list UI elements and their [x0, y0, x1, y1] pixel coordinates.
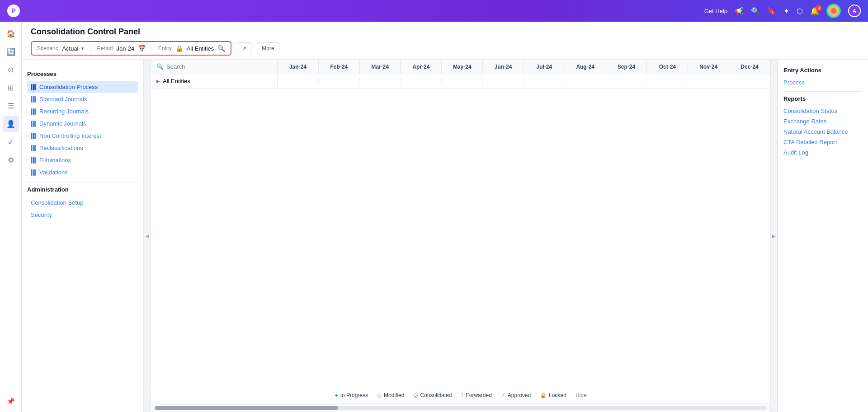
table-search-input[interactable] — [166, 63, 272, 70]
sidebar-item-standard-journals[interactable]: Standard Journals — [27, 93, 138, 105]
expand-btn[interactable]: ▶ — [156, 79, 160, 84]
more-button[interactable]: More — [257, 42, 279, 54]
megaphone-icon[interactable]: 📢 — [735, 7, 744, 15]
status-modified[interactable]: ◎Modified — [377, 392, 404, 398]
sidebar-item-label: Recurring Journals — [39, 108, 89, 115]
separator-2: | — [151, 45, 152, 52]
report-link-consolidation-status[interactable]: Consolidation Status — [783, 106, 863, 116]
approved-icon: ✓ — [501, 392, 505, 398]
scenario-dropdown[interactable]: Actual ▼ — [62, 45, 85, 52]
more-label: More — [262, 45, 274, 52]
sidebar-item-label: Standard Journals — [39, 96, 87, 103]
status-in-progress[interactable]: ●In Progress — [335, 392, 368, 398]
month-header-Jan-24: Jan-24 — [278, 60, 319, 74]
month-header-Aug-24: Aug-24 — [565, 60, 606, 74]
user-avatar[interactable]: A — [848, 5, 861, 17]
nav-target[interactable]: ⊙ — [3, 61, 19, 78]
report-links-container: Consolidation StatusExchange RatesNatura… — [783, 106, 863, 158]
report-link-natural-account-balance[interactable]: Natural Account Balance — [783, 126, 863, 137]
month-cell-Jun-24 — [483, 78, 524, 85]
top-nav: P Get Help 📢 🔍 🔖 ✦ ⬡ 🔔 9 A — [0, 0, 868, 22]
calendar-icon[interactable]: 📅 — [138, 45, 146, 52]
status-locked[interactable]: 🔒Locked — [540, 392, 566, 398]
left-sidebar: Processes Consolidation Process Standard… — [22, 60, 144, 412]
month-cell-May-24 — [442, 78, 483, 85]
month-cell-Feb-24 — [319, 78, 360, 85]
sidebar-items-container: Consolidation Process Standard Journals … — [27, 81, 138, 178]
app-logo[interactable]: P — [7, 5, 20, 17]
filter-bar: Scenario Actual ▼ | Period Jan-24 📅 | En… — [31, 41, 231, 56]
sidebar-icon — [31, 108, 36, 115]
in-progress-icon: ● — [335, 392, 338, 398]
sidebar-item-non-controlling-interest[interactable]: Non Controlling Interest — [27, 130, 138, 142]
month-cells — [278, 78, 770, 85]
in-progress-label: In Progress — [340, 392, 368, 398]
trend-icon: ↗ — [242, 45, 246, 52]
profile-flower[interactable] — [826, 4, 841, 18]
month-header-Apr-24: Apr-24 — [401, 60, 442, 74]
hide-button[interactable]: Hide — [576, 392, 587, 398]
sidebar-item-dynamic-journals[interactable]: Dynamic Journals — [27, 117, 138, 130]
month-cell-Jul-24 — [524, 78, 565, 85]
get-help-link[interactable]: Get Help — [704, 8, 727, 14]
trend-button[interactable]: ↗ — [237, 42, 251, 54]
notification-icon[interactable]: 🔔 9 — [810, 7, 819, 15]
sidebar-item-label: Dynamic Journals — [39, 120, 86, 127]
sidebar-icon — [31, 133, 36, 139]
sidebar-item-recurring-journals[interactable]: Recurring Journals — [27, 105, 138, 117]
entity-lock-icon: 🔒 — [175, 45, 183, 52]
report-link-audit-log[interactable]: Audit Log — [783, 147, 863, 158]
main-table-area: 🔍 Jan-24Feb-24Mar-24Apr-24May-24Jun-24Ju… — [151, 60, 770, 412]
right-collapse-handle[interactable]: ▶ — [770, 60, 778, 412]
sidebar-item-reclassifications[interactable]: Reclassifications — [27, 142, 138, 154]
cube-icon[interactable]: ⬡ — [797, 7, 803, 15]
bookmark-icon[interactable]: 🔖 — [767, 7, 776, 15]
reports-title: Reports — [783, 95, 863, 102]
sidebar-icon — [31, 96, 36, 103]
compass-icon[interactable]: ✦ — [783, 7, 789, 15]
consolidated-label: Consolidated — [420, 392, 452, 398]
sidebar-item-label: Non Controlling Interest — [39, 132, 101, 139]
nav-user[interactable]: 👤 — [3, 116, 19, 132]
month-cell-Nov-24 — [688, 78, 729, 85]
status-forwarded[interactable]: ⤴Forwarded — [461, 392, 491, 398]
sidebar-item-label: Validations — [39, 169, 68, 176]
left-collapse-handle[interactable]: ◀ — [144, 60, 151, 412]
sidebar-icon — [31, 169, 36, 176]
notification-badge: 9 — [816, 5, 822, 11]
admin-item-security[interactable]: Security — [27, 209, 138, 221]
nav-refresh[interactable]: 🔄 — [3, 43, 19, 60]
entity-label: Entity — [158, 45, 172, 52]
month-cell-Apr-24 — [401, 78, 442, 85]
nav-home[interactable]: 🏠 — [3, 25, 19, 42]
month-cols: Jan-24Feb-24Mar-24Apr-24May-24Jun-24Jul-… — [278, 60, 770, 74]
locked-icon: 🔒 — [540, 392, 547, 398]
filter-search-icon[interactable]: 🔍 — [217, 45, 225, 52]
status-approved[interactable]: ✓Approved — [501, 392, 531, 398]
report-link-cta-detailed-report[interactable]: CTA Detailed Report — [783, 137, 863, 147]
status-consolidated[interactable]: ◎Consolidated — [413, 392, 452, 398]
process-link[interactable]: Process — [783, 77, 863, 88]
sidebar-item-eliminations[interactable]: Eliminations — [27, 154, 138, 166]
nav-check[interactable]: ✓ — [3, 134, 19, 150]
month-cell-Sep-24 — [606, 78, 647, 85]
month-header-Feb-24: Feb-24 — [319, 60, 360, 74]
scroll-bar[interactable] — [155, 406, 767, 410]
consolidated-icon: ◎ — [413, 392, 418, 398]
table-body: ▶ All Entities — [151, 74, 770, 387]
month-header-May-24: May-24 — [442, 60, 483, 74]
nav-grid[interactable]: ⊞ — [3, 80, 19, 96]
nav-list[interactable]: ☰ — [3, 98, 19, 114]
sidebar-item-consolidation-process[interactable]: Consolidation Process — [27, 81, 138, 93]
admin-item-consolidation-setup[interactable]: Consolidation Setup — [27, 197, 138, 209]
icon-nav: 🏠 🔄 ⊙ ⊞ ☰ 👤 ✓ ⚙ 📌 — [0, 22, 22, 412]
scroll-area[interactable] — [151, 403, 770, 412]
sidebar-item-validations[interactable]: Validations — [27, 166, 138, 178]
nav-pin[interactable]: 📌 — [7, 398, 14, 405]
search-icon[interactable]: 🔍 — [751, 7, 760, 15]
approved-label: Approved — [508, 392, 531, 398]
report-link-exchange-rates[interactable]: Exchange Rates — [783, 116, 863, 126]
nav-settings[interactable]: ⚙ — [3, 152, 19, 168]
month-header-Oct-24: Oct-24 — [647, 60, 688, 74]
page-title: Consolidation Control Panel — [31, 27, 859, 37]
